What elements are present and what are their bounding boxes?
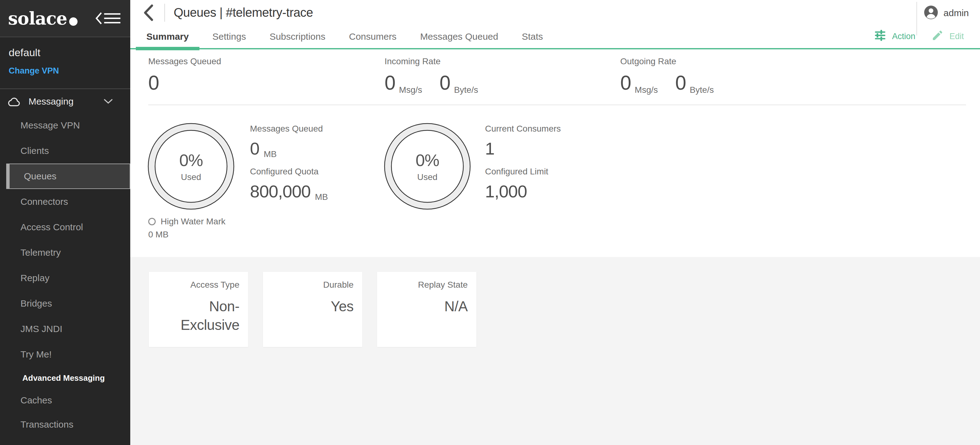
sidebar-item-messaging[interactable]: Messaging: [0, 90, 130, 113]
sidebar-item-bridges[interactable]: Bridges: [0, 291, 130, 316]
current-consumers-value: 1: [485, 139, 494, 159]
current-vpn-name: default: [9, 46, 122, 59]
back-button[interactable]: [143, 4, 154, 21]
stat-messages-queued: Messages Queued 0: [148, 49, 221, 94]
page-title: Queues | #telemetry-trace: [174, 0, 313, 25]
main-content: Queues | #telemetry-trace admin Summary …: [130, 0, 980, 445]
change-vpn-link[interactable]: Change VPN: [9, 66, 59, 76]
vpn-block: default Change VPN: [0, 37, 130, 89]
tab-summary[interactable]: Summary: [146, 25, 189, 48]
consumer-metrics: Current Consumers 1 Configured Limit 1,0…: [485, 123, 659, 201]
topbar: Queues | #telemetry-trace admin: [130, 0, 980, 25]
messages-queued-value: 0: [148, 71, 159, 94]
sliders-icon: [874, 29, 886, 44]
tab-settings[interactable]: Settings: [212, 25, 246, 48]
sidebar-section-advanced-messaging: Advanced Messaging: [0, 367, 130, 389]
stat-outgoing-rate: Outgoing Rate 0 Msg/s 0 Byte/s: [620, 49, 714, 94]
sidebar-item-jms-jndi[interactable]: JMS JNDI: [0, 316, 130, 342]
sidebar-item-transactions[interactable]: Transactions: [0, 412, 130, 437]
edit-label: Edit: [949, 32, 964, 41]
tab-consumers[interactable]: Consumers: [349, 25, 396, 48]
outgoing-msg-rate-value: 0: [620, 71, 631, 94]
tab-messages-queued[interactable]: Messages Queued: [420, 25, 498, 48]
attributes-section: Access Type Non-Exclusive Durable Yes Re…: [130, 257, 980, 445]
tab-stats[interactable]: Stats: [522, 25, 543, 48]
collapse-sidebar-icon[interactable]: [95, 11, 121, 26]
user-name: admin: [943, 8, 969, 18]
sidebar-item-caches[interactable]: Caches: [0, 389, 130, 412]
logo-dot: [69, 18, 78, 26]
solace-logo: solace: [8, 8, 78, 29]
quota-usage-gauge: 0% Used: [147, 122, 235, 211]
messages-queued-mb-value: 0: [250, 139, 259, 159]
sidebar: solace default Change VPN: [0, 0, 130, 445]
configured-quota-value: 800,000: [250, 181, 310, 201]
sidebar-item-replay[interactable]: Replay: [0, 265, 130, 291]
app-window: solace default Change VPN: [0, 0, 980, 445]
user-menu[interactable]: admin: [924, 0, 969, 26]
configured-limit-value: 1,000: [485, 181, 527, 201]
title-divider: [164, 4, 165, 22]
replay-state-card: Replay State N/A: [377, 272, 476, 347]
stat-incoming-rate: Incoming Rate 0 Msg/s 0 Byte/s: [385, 49, 478, 94]
consumers-used-percent: 0%: [415, 150, 439, 170]
high-water-mark-legend: High Water Mark 0 MB: [148, 215, 226, 241]
durable-value: Yes: [272, 297, 353, 316]
sidebar-item-message-vpn[interactable]: Message VPN: [0, 113, 130, 138]
tab-bar: Summary Settings Subscriptions Consumers…: [130, 25, 980, 49]
section-divider: [148, 105, 966, 105]
sidebar-item-clients[interactable]: Clients: [0, 138, 130, 164]
chevron-down-icon: [103, 99, 113, 104]
pencil-icon: [931, 29, 944, 44]
quota-used-percent: 0%: [179, 150, 203, 170]
replay-state-value: N/A: [386, 297, 468, 316]
consumers-usage-gauge: 0% Used: [383, 122, 471, 211]
sidebar-item-connectors[interactable]: Connectors: [0, 189, 130, 214]
access-type-value: Non-Exclusive: [158, 297, 239, 335]
high-water-mark-icon: [148, 218, 156, 225]
logo-text: solace: [8, 8, 67, 29]
high-water-mark-value: 0 MB: [148, 228, 226, 241]
action-label: Action: [892, 32, 915, 41]
tab-subscriptions[interactable]: Subscriptions: [269, 25, 325, 48]
incoming-msg-rate-value: 0: [385, 71, 395, 94]
outgoing-byte-rate-value: 0: [675, 71, 686, 94]
access-type-card: Access Type Non-Exclusive: [149, 272, 248, 347]
edit-button[interactable]: Edit: [931, 29, 964, 44]
sidebar-item-access-control[interactable]: Access Control: [0, 214, 130, 240]
durable-card: Durable Yes: [263, 272, 362, 347]
sidebar-nav: Messaging Message VPN Clients Queues Con…: [0, 89, 130, 437]
incoming-byte-rate-value: 0: [439, 71, 450, 94]
sidebar-item-try-me[interactable]: Try Me!: [0, 342, 130, 367]
user-avatar-icon: [924, 5, 938, 21]
cloud-icon: [7, 96, 21, 107]
sidebar-item-queues[interactable]: Queues: [6, 164, 130, 189]
sidebar-item-label: Messaging: [29, 96, 73, 107]
sidebar-item-telemetry[interactable]: Telemetry: [0, 240, 130, 265]
sidebar-header: solace: [0, 0, 130, 37]
action-button[interactable]: Action: [874, 29, 915, 44]
